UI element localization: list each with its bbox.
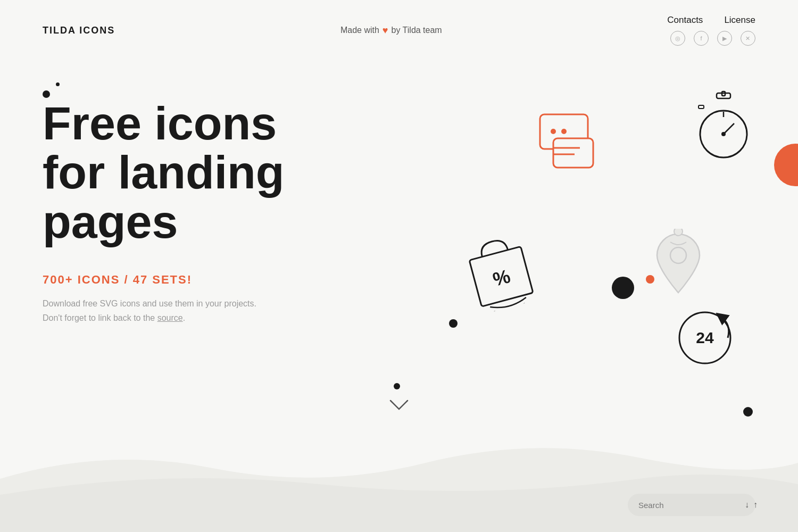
svg-point-14: [674, 229, 683, 236]
search-arrows: ↓ ↑: [745, 500, 758, 510]
nav-right: Contacts License ◎ f ▶ ✕: [667, 15, 755, 46]
svg-rect-3: [553, 138, 593, 168]
chat-bubbles-icon: [537, 112, 606, 172]
search-bar[interactable]: ↓ ↑: [628, 494, 755, 516]
youtube-icon[interactable]: ▶: [717, 31, 732, 46]
hero-description: Download free SVG icons and use them in …: [43, 296, 282, 325]
facebook-icon[interactable]: f: [694, 31, 709, 46]
tagline-suffix: by Tilda team: [392, 26, 442, 35]
instagram-icon[interactable]: ◎: [670, 31, 685, 46]
svg-point-12: [721, 132, 726, 136]
chevron-down-icon[interactable]: [389, 398, 409, 415]
source-link[interactable]: source: [157, 313, 183, 322]
location-pin-icon: [646, 229, 710, 300]
tiny-black-dot-bottom: [394, 383, 400, 389]
stopwatch-icon: [694, 90, 753, 162]
twitter-icon[interactable]: ✕: [741, 31, 755, 46]
svg-point-2: [561, 129, 567, 134]
medium-black-dot: [449, 319, 458, 328]
svg-point-1: [551, 129, 556, 134]
nav-contacts[interactable]: Contacts: [667, 15, 703, 26]
social-icons: ◎ f ▶ ✕: [670, 31, 755, 46]
tagline-prefix: Made with: [340, 26, 379, 35]
svg-rect-8: [699, 105, 704, 109]
search-input[interactable]: [638, 501, 739, 510]
site-logo: TILDA ICONS: [43, 25, 115, 36]
svg-text:24: 24: [696, 329, 714, 346]
nav-links: Contacts License: [667, 15, 755, 26]
large-black-dot: [612, 277, 634, 299]
svg-line-11: [724, 123, 734, 134]
small-orange-dot: [646, 275, 654, 284]
search-prev-arrow[interactable]: ↓: [745, 500, 749, 510]
hero-title: Free icons for landing pages: [43, 99, 415, 246]
nav-license[interactable]: License: [724, 15, 755, 26]
svg-text:%: %: [491, 265, 513, 290]
24hours-icon: 24: [676, 309, 734, 369]
tagline: Made with ♥ by Tilda team: [340, 25, 442, 36]
heart-icon: ♥: [383, 25, 388, 36]
search-next-arrow[interactable]: ↑: [753, 500, 758, 510]
